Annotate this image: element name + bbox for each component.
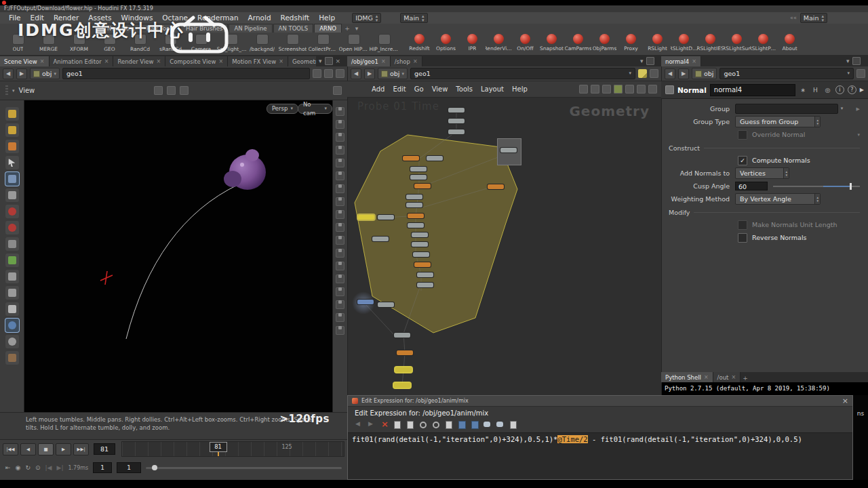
grid-snap-icon[interactable] [602,85,611,94]
shelf-tool-about[interactable]: About [776,33,803,55]
back-icon[interactable]: ◀ [351,68,361,79]
shelf-tool-collectproject[interactable]: CollectProject [308,33,338,55]
network-graph[interactable]: Probe 01 Time Geometry [347,98,662,395]
draw-curve-tool-icon[interactable] [5,107,19,121]
network-node[interactable] [448,119,465,123]
shelf-tool-xform[interactable]: XFORM [64,33,94,55]
slider-handle[interactable] [850,183,852,190]
network-node[interactable] [417,283,433,287]
menu-arnold[interactable]: Arnold [243,12,276,24]
render-flag-icon[interactable] [313,69,321,78]
close-icon[interactable]: × [842,397,848,405]
reverse-normals-checkbox[interactable] [738,233,747,243]
pin-icon[interactable] [650,69,658,78]
shelf-tool-rslightsun[interactable]: RSLightSun [724,33,750,55]
tab-obj-geo1[interactable]: /obj/geo1× [347,56,391,66]
backface-display-icon[interactable] [336,223,344,232]
handles-tool-icon[interactable] [5,172,19,186]
desktop-selector[interactable]: IDMG ▴▾ [352,13,381,23]
search-icon[interactable]: ◎ [823,87,832,94]
shelf-tool-on-off[interactable]: On/Off [512,33,538,55]
audio-icon[interactable]: ◉ [16,464,21,471]
tab-geometry-spre[interactable]: Geometry Spre...× [288,56,316,66]
go-start-button[interactable]: |◀◀ [3,443,18,455]
shelf-tool-rslightportal[interactable]: RSLightPortal [750,33,776,55]
add-normals-dropdown[interactable]: Vertices ▴▾ [735,167,789,179]
box-tool-icon[interactable] [5,270,19,283]
chat-icon[interactable] [482,420,492,430]
network-node[interactable] [406,195,422,199]
scatter-tool-icon[interactable] [5,253,19,267]
group-menu-icon[interactable]: ▾ [838,104,846,113]
doc-icon[interactable] [508,420,518,430]
network-node[interactable] [417,272,433,277]
headlight-display-icon[interactable] [336,249,344,258]
gear-menu-icon[interactable]: ∗ [799,87,808,94]
camera-view-icon[interactable] [336,159,344,167]
group-field[interactable] [735,104,838,114]
shelf-tool-rslight[interactable]: RSLight [644,33,671,55]
close-tab-icon[interactable]: × [157,58,161,64]
back-icon[interactable]: ◀ [665,68,675,79]
loop-mode-icon[interactable]: ↻ [25,464,31,471]
book-icon[interactable] [456,420,467,430]
view-mode-label[interactable]: View [19,87,35,94]
menu-redshift[interactable]: Redshift [276,12,315,24]
chat2-icon[interactable] [495,420,505,430]
network-node[interactable] [394,333,410,338]
pane-maximize-icon[interactable] [325,57,333,65]
network-node[interactable] [412,232,428,237]
group-type-dropdown[interactable]: Guess from Group ▴▾ [735,116,821,127]
shelf-tool-open-hip-folder[interactable]: Open HIP Folder [338,33,369,55]
shelf-tool-rslightdome[interactable]: RSLightDome [671,33,697,55]
python-shell-output[interactable]: Python 2.7.15 (default, Apr 8 2019, 15:3… [661,382,868,395]
range-slider-handle[interactable] [152,465,157,470]
shelf-tab-an-pipeline[interactable]: AN Pipeline [229,24,272,33]
grid-display-icon[interactable] [336,287,344,296]
network-menu-add[interactable]: Add [368,85,389,93]
pane-maximize-icon[interactable] [852,57,861,65]
node-name-field[interactable]: normal4 [710,84,795,96]
back-icon[interactable]: ◀ [3,68,14,79]
shelf-tool-geo[interactable]: GEO [94,33,125,55]
context-selector[interactable]: obj ▾ [30,68,60,79]
hook-tool-icon[interactable] [5,286,19,300]
forward-icon[interactable]: ▶ [678,68,689,79]
close-tab-icon[interactable]: × [381,58,386,64]
save-icon[interactable] [443,420,454,430]
prev-key-icon[interactable]: |◀ [45,464,52,471]
network-menu-edit[interactable]: Edit [389,85,410,93]
shelf-tool-ipr[interactable]: IPR [459,33,486,55]
play-button[interactable]: ▶ [56,443,71,455]
menu-help[interactable]: Help [314,12,340,24]
forward-icon[interactable]: ▶ [16,68,27,79]
network-menu-view[interactable]: View [428,85,452,93]
paste-icon[interactable] [405,420,415,430]
shelf-tool-out[interactable]: OUT [3,33,33,55]
scheme-selector[interactable]: Main ▴▾ [400,13,427,23]
points-display-icon[interactable] [336,171,344,180]
shelf-tab-hair-brushes[interactable]: Hair Brushes [180,24,228,33]
find-icon[interactable] [418,420,428,430]
menu-renderman[interactable]: Renderman [193,12,243,24]
box-select-icon[interactable] [167,86,176,95]
shelf-tool-screenshot[interactable]: Screenshot [277,33,308,55]
network-overview-icon[interactable] [579,85,588,94]
material-display-icon[interactable] [336,262,344,270]
bone-tool-icon[interactable] [5,302,19,316]
play-reverse-button[interactable]: ◀ [20,443,36,455]
lasso-select-icon[interactable] [180,86,189,95]
shelf-tool-objparms[interactable]: ObjParms [591,33,618,55]
badges-icon[interactable] [625,85,634,94]
network-node[interactable] [414,184,431,188]
range-start-field[interactable]: 1 [93,462,112,473]
tab-scene-view[interactable]: Scene View× [0,56,50,66]
network-node[interactable] [414,262,431,267]
tab-normal4[interactable]: normal4× [661,56,701,66]
shelf-tab-arno[interactable]: ARNO [314,24,342,33]
close-tab-icon[interactable]: × [104,58,109,64]
shade-display-icon[interactable] [336,197,344,206]
normals-display-icon[interactable] [336,184,344,193]
info-icon[interactable]: i [835,85,844,94]
network-node[interactable] [410,175,427,180]
